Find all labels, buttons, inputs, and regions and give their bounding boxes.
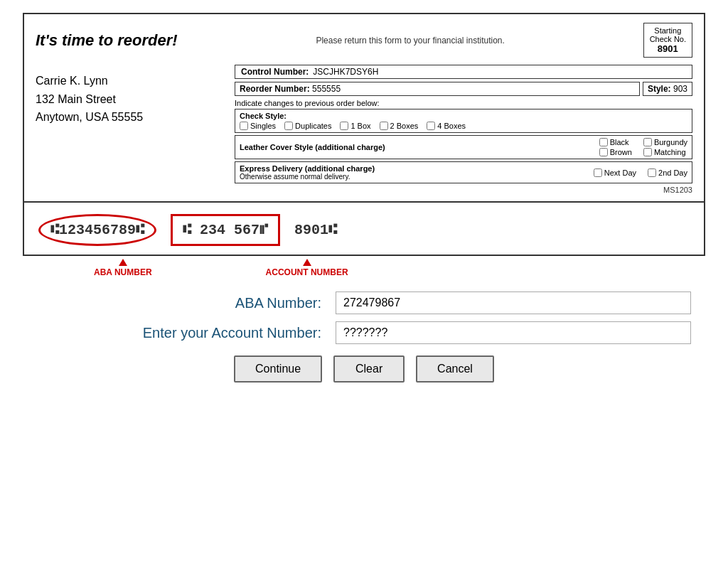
- continue-button[interactable]: Continue: [234, 355, 322, 383]
- check-option-duplicates[interactable]: Duplicates: [284, 122, 331, 130]
- express-row: Express Delivery (additional charge) Oth…: [235, 161, 692, 183]
- aba-input[interactable]: [336, 292, 691, 314]
- style-value: 903: [673, 84, 687, 94]
- control-number-row: Control Number: JSCJHK7DSY6H: [235, 65, 692, 79]
- form-fields-section: Control Number: JSCJHK7DSY6H Reorder Num…: [235, 65, 692, 194]
- changes-label: Indicate changes to previous order below…: [235, 99, 692, 107]
- check-option-singles[interactable]: Singles: [240, 122, 276, 130]
- check-option-2boxes[interactable]: 2 Boxes: [380, 122, 419, 130]
- reorder-title: It's time to reorder!: [36, 31, 178, 50]
- address-line1: Carrie K. Lynn: [36, 72, 220, 90]
- checkbox-duplicates[interactable]: [284, 122, 293, 130]
- leather-col-right: Burgundy Matching: [643, 138, 687, 156]
- form-body: Carrie K. Lynn 132 Main Street Anytown, …: [36, 65, 692, 194]
- aba-input-row: ABA Number:: [37, 292, 691, 314]
- account-label: ACCOUNT NUMBER: [266, 267, 348, 277]
- leather-row: Leather Cover Style (additional charge) …: [235, 135, 692, 159]
- account-input-row: Enter your Account Number:: [37, 321, 691, 344]
- input-form-area: ABA Number: Enter your Account Number:: [23, 284, 705, 351]
- aba-label: ABA NUMBER: [94, 267, 152, 277]
- check-option-4boxes[interactable]: 4 Boxes: [427, 122, 466, 130]
- aba-arrow: [119, 259, 127, 266]
- routing-number-oval: ⑆123456789⑆: [38, 214, 156, 246]
- checkbox-matching[interactable]: [643, 148, 652, 156]
- account-arrow: [303, 259, 311, 266]
- form-header: It's time to reorder! Please return this…: [36, 23, 692, 58]
- checkbox-2boxes[interactable]: [380, 122, 388, 130]
- check-style-label: Check Style:: [240, 112, 687, 120]
- check-option-matching[interactable]: Matching: [643, 148, 687, 156]
- starting-check-value: 8901: [658, 43, 678, 54]
- express-left: Express Delivery (additional charge) Oth…: [240, 164, 375, 181]
- checkbox-brown[interactable]: [599, 148, 608, 156]
- address-line3: Anytown, USA 55555: [36, 108, 220, 127]
- check-option-2ndday[interactable]: 2nd Day: [648, 169, 687, 177]
- check-style-row: Check Style: Singles Duplicates 1 Box 2 …: [235, 109, 692, 133]
- header-subtitle: Please return this form to your financia…: [316, 36, 504, 46]
- express-sub: Otherwise assume normal delivery.: [240, 173, 375, 181]
- account-number-rect: ⑆ 234 567⑈: [171, 214, 280, 246]
- leather-label: Leather Cover Style (additional charge): [240, 143, 385, 151]
- checkbox-burgundy[interactable]: [643, 138, 652, 146]
- control-number-label: Control Number:: [241, 67, 309, 77]
- check-option-1box[interactable]: 1 Box: [340, 122, 370, 130]
- reorder-value: 555555: [312, 84, 341, 94]
- checkbox-nextday[interactable]: [594, 169, 602, 177]
- button-row: Continue Clear Cancel: [234, 355, 494, 383]
- check-option-black[interactable]: Black: [599, 138, 632, 146]
- clear-button[interactable]: Clear: [333, 355, 405, 383]
- check-option-nextday[interactable]: Next Day: [594, 169, 636, 177]
- leather-options: Black Brown Burgundy Matching: [599, 138, 687, 156]
- address-section: Carrie K. Lynn 132 Main Street Anytown, …: [36, 65, 220, 194]
- routing-area: ⑆123456789⑆ ⑆ 234 567⑈ 8901⑆: [23, 203, 705, 256]
- check-option-brown[interactable]: Brown: [599, 148, 632, 156]
- checkbox-singles[interactable]: [240, 122, 248, 130]
- reorder-style-row: Reorder Number: 555555 Style: 903: [235, 82, 692, 96]
- labels-area: ABA NUMBER ACCOUNT NUMBER: [23, 256, 705, 284]
- checkbox-black[interactable]: [599, 138, 608, 146]
- cancel-button[interactable]: Cancel: [416, 355, 494, 383]
- address-line2: 132 Main Street: [36, 90, 220, 109]
- aba-question-label: ABA Number:: [37, 295, 321, 311]
- starting-check-label: StartingCheck No.: [650, 26, 686, 43]
- reorder-number-box: Reorder Number: 555555: [235, 82, 640, 96]
- starting-check-box: StartingCheck No. 8901: [643, 23, 692, 58]
- express-label: Express Delivery (additional charge): [240, 164, 375, 173]
- express-options: Next Day 2nd Day: [594, 169, 687, 177]
- check-option-burgundy[interactable]: Burgundy: [643, 138, 687, 146]
- checkbox-2ndday[interactable]: [648, 169, 656, 177]
- checkbox-1box[interactable]: [340, 122, 348, 130]
- account-question-label: Enter your Account Number:: [37, 325, 321, 341]
- check-form: It's time to reorder! Please return this…: [23, 13, 705, 203]
- check-number-plain: 8901⑆: [294, 222, 337, 238]
- leather-col-left: Black Brown: [599, 138, 632, 156]
- control-number-value: JSCJHK7DSY6H: [313, 67, 378, 77]
- checkbox-4boxes[interactable]: [427, 122, 435, 130]
- ms-code: MS1203: [235, 186, 692, 194]
- reorder-label: Reorder Number:: [240, 84, 310, 94]
- account-input[interactable]: [336, 321, 691, 344]
- style-label: Style:: [648, 84, 671, 94]
- style-box: Style: 903: [643, 82, 692, 96]
- check-style-options: Singles Duplicates 1 Box 2 Boxes 4 Boxes: [240, 122, 687, 130]
